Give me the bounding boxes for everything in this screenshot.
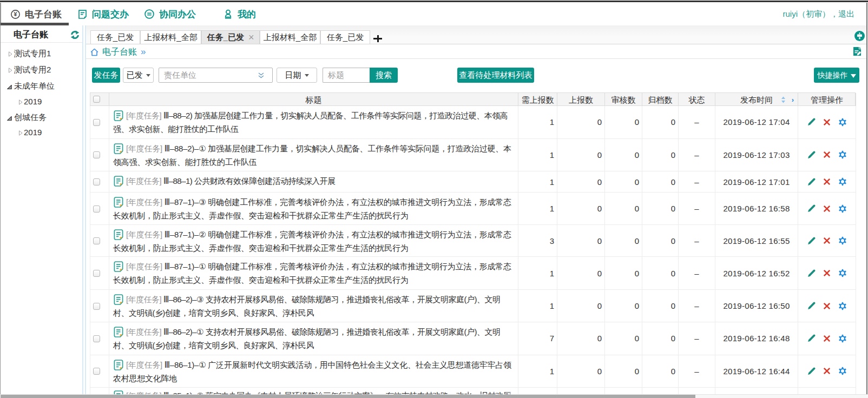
svg-text:¥: ¥ xyxy=(14,11,17,17)
